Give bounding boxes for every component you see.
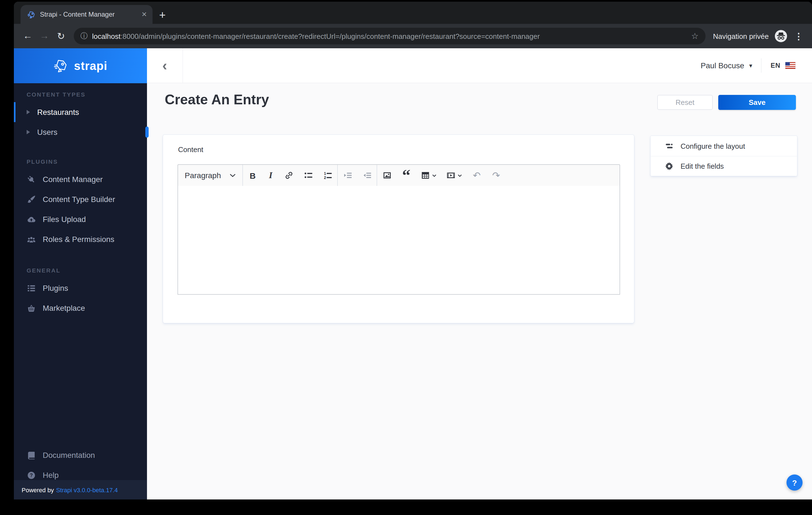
main-area: ‹ Paul Bocuse ▾ EN Create An Entry Reset… xyxy=(147,48,812,499)
page-title: Create An Entry xyxy=(165,91,269,108)
header-separator xyxy=(761,58,762,73)
layout-links-panel: Configure the layout Edit the fields xyxy=(650,136,797,176)
sidebar-item-label: Help xyxy=(43,470,59,480)
insert-media-button[interactable] xyxy=(441,165,467,186)
sidebar-item-label: Content Manager xyxy=(43,175,103,184)
locale-label[interactable]: EN xyxy=(771,62,780,70)
tab-title: Strapi - Content Manager xyxy=(40,10,137,18)
paint-brush-icon xyxy=(27,195,35,204)
bulleted-list-icon xyxy=(304,171,313,180)
collapse-sidebar-icon[interactable]: ‹ xyxy=(147,58,182,73)
bulleted-list-button[interactable] xyxy=(298,165,318,186)
section-plugins: PLUGINS xyxy=(14,158,147,166)
sidebar-item-files-upload[interactable]: Files Upload xyxy=(14,209,147,229)
users-group-icon xyxy=(27,235,35,244)
redo-button[interactable]: ↷ xyxy=(486,165,506,186)
caret-right-icon xyxy=(27,110,30,114)
powered-by-label: Powered by xyxy=(22,486,54,493)
incognito-icon xyxy=(774,29,788,43)
content-types-list: Restaurants Users xyxy=(14,102,147,142)
save-button[interactable]: Save xyxy=(718,95,796,110)
svg-text:1: 1 xyxy=(324,171,326,175)
cloud-upload-icon xyxy=(27,215,35,224)
browser-tab-bar: Strapi - Content Manager ✕ + xyxy=(14,2,812,24)
sidebar-item-roles-permissions[interactable]: Roles & Permissions xyxy=(14,229,147,249)
header-divider xyxy=(182,48,183,83)
edit-fields-label: Edit the fields xyxy=(680,162,724,170)
italic-button[interactable]: I xyxy=(262,165,279,186)
sidebar-item-content-manager[interactable]: Content Manager xyxy=(14,169,147,189)
sidebar-item-documentation[interactable]: Documentation xyxy=(14,445,147,465)
shopping-basket-icon xyxy=(27,303,35,313)
bold-button[interactable]: B xyxy=(243,165,262,186)
indent-icon xyxy=(343,171,352,180)
sidebar-bottom: Documentation ? Help xyxy=(14,445,147,485)
list-icon xyxy=(27,283,35,293)
gear-icon xyxy=(665,162,673,170)
field-label: Content xyxy=(178,145,203,154)
browser-window: Strapi - Content Manager ✕ + ← → ↻ ⓘ loc… xyxy=(14,2,812,499)
reload-icon[interactable]: ↻ xyxy=(53,28,69,45)
reset-button[interactable]: Reset xyxy=(657,95,713,110)
paragraph-dropdown[interactable]: Paragraph xyxy=(178,165,242,186)
bookmark-star-icon[interactable]: ☆ xyxy=(691,31,699,41)
strapi-rocket-icon xyxy=(54,58,68,73)
plug-icon xyxy=(27,175,35,184)
sidebar-item-label: Documentation xyxy=(43,451,95,460)
address-bar[interactable]: ⓘ localhost:8000/admin/plugins/content-m… xyxy=(74,28,705,45)
insert-table-button[interactable] xyxy=(416,165,441,186)
svg-text:?: ? xyxy=(30,472,33,478)
sidebar-item-plugins[interactable]: Plugins xyxy=(14,278,147,298)
us-flag-icon[interactable] xyxy=(785,62,795,69)
indent-button[interactable] xyxy=(338,165,357,186)
sidebar-item-label: Roles & Permissions xyxy=(43,235,114,244)
numbered-list-button[interactable]: 12 xyxy=(318,165,337,186)
strapi-logo[interactable]: strapi xyxy=(14,48,147,83)
sidebar: strapi CONTENT TYPES Restaurants Users P… xyxy=(14,48,147,499)
sidebar-item-label: Plugins xyxy=(43,283,68,293)
tab-close-icon[interactable]: ✕ xyxy=(141,10,147,18)
sidebar-item-label: Restaurants xyxy=(37,108,79,116)
rich-text-editor[interactable] xyxy=(177,186,620,295)
table-icon xyxy=(421,171,430,180)
url-host: localhost xyxy=(92,32,121,40)
configure-layout-link[interactable]: Configure the layout xyxy=(650,136,797,156)
chevron-down-icon xyxy=(458,174,462,177)
sidebar-item-label: Marketplace xyxy=(43,303,85,313)
book-icon xyxy=(27,451,35,460)
question-circle-icon: ? xyxy=(27,470,35,480)
outdent-icon xyxy=(362,171,371,180)
outdent-button[interactable] xyxy=(357,165,377,186)
sidebar-item-marketplace[interactable]: Marketplace xyxy=(14,298,147,318)
blockquote-button[interactable]: “ xyxy=(397,164,416,187)
sidebar-item-content-type-builder[interactable]: Content Type Builder xyxy=(14,189,147,209)
caret-right-icon xyxy=(27,130,30,134)
new-tab-button[interactable]: + xyxy=(159,9,166,21)
sidebar-item-restaurants[interactable]: Restaurants xyxy=(14,102,147,122)
image-icon xyxy=(382,171,391,180)
paragraph-label: Paragraph xyxy=(185,171,221,180)
plugins-list: Content Manager Content Type Builder Fil… xyxy=(14,169,147,249)
editor-toolbar: Paragraph B I 12 “ xyxy=(177,164,620,187)
section-general: GENERAL xyxy=(14,267,147,275)
user-menu[interactable]: Paul Bocuse xyxy=(700,61,744,70)
link-button[interactable] xyxy=(279,165,298,186)
back-icon[interactable]: ← xyxy=(20,28,36,45)
edit-fields-link[interactable]: Edit the fields xyxy=(650,156,797,176)
insert-image-button[interactable] xyxy=(377,165,397,186)
chevron-down-icon xyxy=(230,173,236,177)
chevron-down-icon[interactable]: ▾ xyxy=(749,62,752,69)
browser-tab[interactable]: Strapi - Content Manager ✕ xyxy=(21,5,152,24)
strapi-version-link[interactable]: Strapi v3.0.0-beta.17.4 xyxy=(56,486,118,493)
strapi-admin: strapi CONTENT TYPES Restaurants Users P… xyxy=(14,48,812,499)
browser-menu-icon[interactable]: ⋮ xyxy=(794,31,803,42)
general-list: Plugins Marketplace xyxy=(14,278,147,318)
url-text[interactable]: localhost:8000/admin/plugins/content-man… xyxy=(92,32,687,40)
help-button[interactable]: ? xyxy=(786,475,803,491)
forward-icon[interactable]: → xyxy=(36,28,53,45)
site-info-icon[interactable]: ⓘ xyxy=(80,31,88,41)
sidebar-item-users[interactable]: Users xyxy=(14,122,147,142)
svg-text:2: 2 xyxy=(324,175,326,180)
browser-toolbar: ← → ↻ ⓘ localhost:8000/admin/plugins/con… xyxy=(14,24,812,48)
undo-button[interactable]: ↶ xyxy=(467,165,486,186)
